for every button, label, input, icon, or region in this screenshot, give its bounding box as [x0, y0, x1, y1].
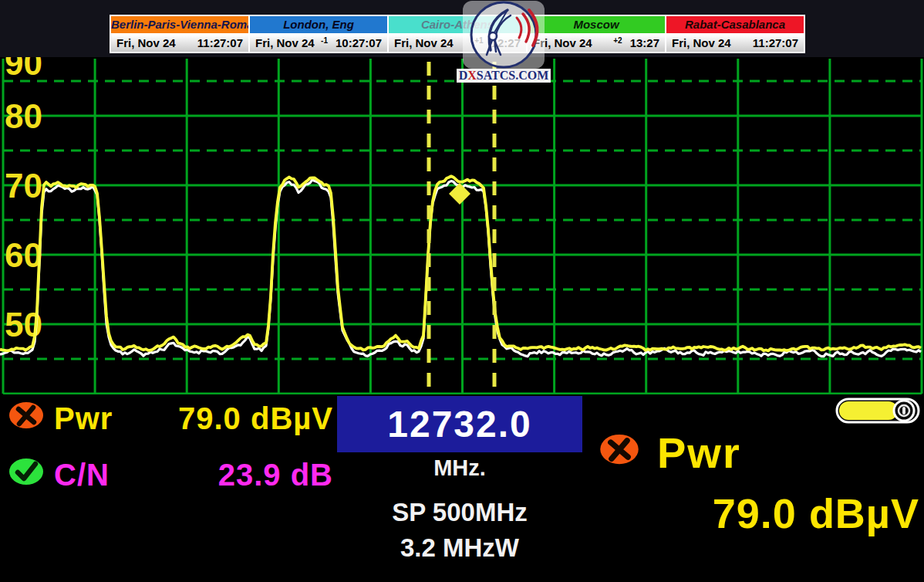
toggle-knob-icon	[894, 401, 914, 421]
clock-city-london: London, Eng Fri, Nov 24 -1 10:27:07	[248, 15, 389, 53]
city-date: Fri, Nov 24	[116, 35, 176, 52]
city-time-cell: Fri, Nov 24 11:27:07	[110, 33, 250, 53]
pwr-label: Pwr	[54, 401, 113, 436]
utc-offset: +2	[613, 36, 622, 46]
reference-trace	[0, 180, 921, 357]
y-axis-label: 80	[5, 97, 42, 135]
frequency-unit: MHz.	[337, 455, 582, 481]
y-axis-label: 60	[5, 236, 42, 274]
big-pwr-value: 79.0 dBµV	[625, 489, 919, 537]
cn-value: 23.9 dB	[154, 458, 333, 492]
clock-city-rabat: Rabat-Casablanca Fri, Nov 24 11:27:07	[665, 15, 805, 53]
city-date: Fri, Nov 24	[394, 35, 454, 52]
city-header: London, Eng	[248, 15, 389, 33]
city-time-cell: Fri, Nov 24 11:27:07	[665, 33, 805, 53]
signal-meter-screen: Berlin-Paris-Vienna-Roma Fri, Nov 24 11:…	[0, 0, 924, 582]
clock-city-berlin: Berlin-Paris-Vienna-Roma Fri, Nov 24 11:…	[110, 15, 250, 53]
dxsatcs-logo: DXSATCS.COM	[457, 1, 551, 83]
city-header: Rabat-Casablanca	[665, 15, 805, 33]
city-clock: 10:27:07	[336, 35, 382, 52]
check-icon	[8, 457, 45, 486]
city-clock: 11:27:07	[753, 35, 798, 52]
logo-text: DXSATCS.COM	[459, 69, 549, 82]
pwr-value: 79.0 dBµV	[154, 401, 333, 436]
city-header: Berlin-Paris-Vienna-Roma	[110, 15, 250, 33]
x-cross-icon	[8, 401, 45, 430]
x-cross-icon-large	[599, 432, 640, 466]
utc-offset: -1	[321, 36, 328, 46]
city-name: Berlin-Paris-Vienna-Roma	[111, 18, 250, 31]
city-name: Rabat-Casablanca	[685, 18, 785, 31]
city-time-cell: Fri, Nov 24 -1 10:27:07	[248, 33, 389, 53]
span-readout: SP 500MHz	[337, 498, 582, 527]
city-clock: 11:27:07	[197, 35, 243, 52]
frequency-display[interactable]: 12732.0	[337, 396, 582, 452]
city-date: Fri, Nov 24	[255, 35, 315, 52]
cn-label: C/N	[54, 458, 110, 492]
city-date: Fri, Nov 24	[672, 35, 731, 52]
bandwidth-readout: 3.2 MHzW	[337, 533, 582, 563]
city-name: London, Eng	[283, 18, 354, 31]
city-clock: 13:27	[630, 35, 659, 52]
y-axis-label: 70	[5, 167, 42, 205]
y-axis-label: 90	[5, 57, 42, 82]
power-toggle[interactable]	[835, 398, 920, 424]
city-name: Moscow	[573, 18, 619, 31]
big-pwr-label: Pwr	[657, 428, 741, 478]
spectrum-display: 9080706050	[0, 57, 924, 394]
